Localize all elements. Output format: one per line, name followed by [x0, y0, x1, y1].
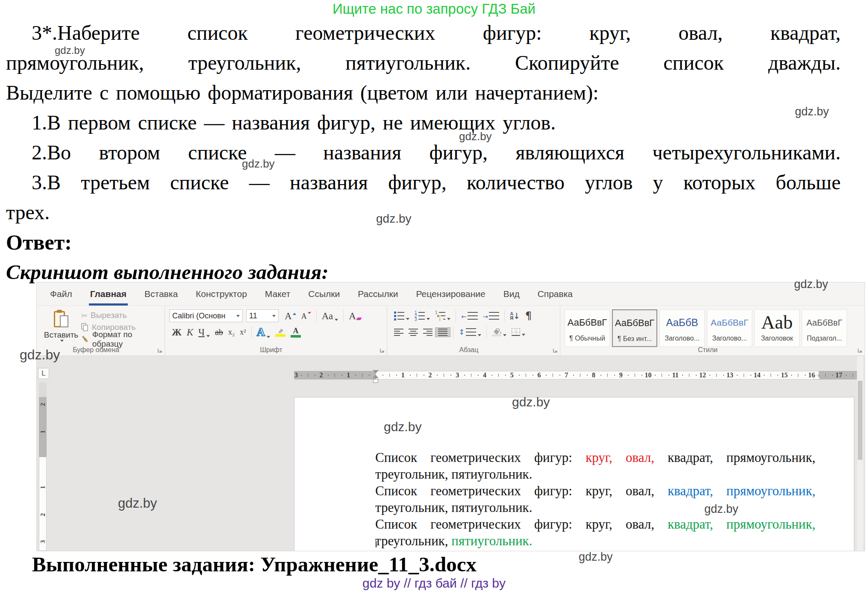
ruler-number: 12 [699, 372, 706, 379]
ruler-dot [737, 375, 738, 376]
multilevel-list-button[interactable]: 1 i [433, 311, 453, 321]
tab-Рассылки[interactable]: Рассылки [349, 282, 407, 306]
numbered-list-button[interactable]: 1 2 3 [412, 311, 433, 321]
document-line: Список геометрических фигур: круг, овал,… [375, 450, 815, 466]
scrollbar[interactable] [857, 356, 863, 551]
style-card-2[interactable]: АаБбВвГ¶ Без инт... [612, 309, 657, 347]
ruler-dot [546, 375, 547, 376]
style-card-5[interactable]: АabЗаголовок [754, 309, 800, 347]
ruler-dot [478, 375, 479, 376]
horizontal-ruler: 3211234567891011121314151617 [294, 370, 858, 381]
sort-icon: АЯ [510, 312, 513, 320]
cut-label: Вырезать [91, 311, 127, 320]
bold-button[interactable]: Ж [169, 326, 184, 338]
align-center-button[interactable] [406, 328, 421, 337]
document-page[interactable]: Список геометрических фигур: круг, овал,… [294, 397, 854, 551]
style-name: Подзагол... [802, 335, 847, 342]
ruler-dot [791, 375, 792, 376]
scrollbar-thumb[interactable] [858, 381, 862, 460]
ruler-dot [750, 375, 751, 376]
tab-selector[interactable]: L [38, 368, 49, 379]
dialog-launcher-icon[interactable] [552, 347, 558, 353]
sort-button[interactable]: АЯ ↓ [507, 311, 523, 321]
text-effects-button[interactable]: А [254, 326, 273, 339]
grow-font-button[interactable]: А [282, 310, 299, 322]
hanging-indent-marker[interactable] [373, 375, 379, 378]
ruler-dot [410, 375, 411, 376]
ruler-dot [614, 375, 615, 376]
borders-button[interactable] [509, 327, 528, 337]
tab-Справка[interactable]: Справка [529, 282, 582, 306]
style-name: ¶ Обычный [565, 335, 609, 342]
gdz-watermark: gdz.by [20, 348, 60, 362]
left-indent-marker[interactable] [373, 379, 378, 383]
tab-Макет[interactable]: Макет [256, 282, 299, 306]
tab-Файл[interactable]: Файл [41, 282, 81, 306]
ruler-dot [559, 375, 560, 376]
ruler-dot [396, 375, 397, 376]
chevron-down-icon [335, 319, 338, 321]
clipboard-icon [54, 310, 68, 329]
style-card-6[interactable]: АаБбВвГПодзагол... [802, 309, 847, 347]
italic-button[interactable]: К [184, 326, 196, 338]
shrink-font-button[interactable]: А [299, 311, 314, 321]
numbered-list-icon: 1 2 3 [415, 312, 425, 320]
ruler-number: 1 [40, 484, 46, 491]
font-name-select[interactable]: Calibri (Основн [169, 309, 243, 322]
lines-icon [489, 312, 499, 320]
tab-Вставка[interactable]: Вставка [135, 282, 187, 306]
shading-button[interactable] [489, 327, 509, 337]
line-spacing-button[interactable]: ↕ [456, 327, 484, 337]
paragraph-row-1: 1 2 3 1 i ← [391, 309, 556, 323]
styles-group-label: Стили [560, 346, 855, 354]
plain-text: квадрат, прямоугольник, [654, 450, 815, 465]
ruler-number: 7 [565, 372, 568, 379]
superscript-button[interactable]: x² [237, 327, 248, 337]
change-case-button[interactable]: Аа [319, 310, 341, 322]
show-marks-button[interactable]: ¶ [523, 310, 534, 322]
font-size-select[interactable]: 11 [246, 309, 279, 322]
ruler-number: 3 [294, 372, 298, 379]
tab-Конструктор[interactable]: Конструктор [187, 282, 256, 306]
arrow-left-icon: ← [461, 314, 467, 320]
style-card-1[interactable]: АаБбВвГ¶ Обычный [565, 309, 610, 347]
gdz-watermark: gdz.by [55, 45, 85, 56]
cut-button[interactable]: ✂ Вырезать [81, 309, 160, 321]
dialog-launcher-icon[interactable] [379, 347, 385, 353]
align-right-icon [423, 329, 433, 336]
dialog-launcher-icon[interactable] [157, 347, 163, 353]
style-card-3[interactable]: АаБбВЗаголово... [659, 309, 705, 347]
bullet-list-button[interactable] [391, 311, 412, 321]
highlight-color-button[interactable] [273, 327, 288, 338]
task-line: 2.Во втором списке — названия фигур, явл… [6, 138, 841, 168]
gdz-watermark: gdz.by [118, 497, 157, 510]
ruler-tick [798, 373, 798, 377]
strikethrough-button[interactable]: ab [212, 327, 226, 337]
justify-button[interactable] [435, 327, 450, 337]
increase-indent-button[interactable]: → [480, 311, 502, 321]
subscript-button[interactable]: x₂ [226, 327, 237, 337]
chevron-down-icon [522, 334, 525, 336]
highlight-color-bar [275, 334, 285, 337]
tab-Рецензирование[interactable]: Рецензирование [407, 282, 494, 306]
tab-Вид[interactable]: Вид [494, 282, 529, 306]
first-line-indent-marker[interactable] [373, 370, 379, 373]
ruler-dot [505, 375, 506, 376]
underline-button[interactable]: Ч [196, 326, 212, 338]
tab-Главная[interactable]: Главная [81, 282, 135, 306]
style-name: ¶ Без инт... [613, 335, 656, 343]
font-group: Calibri (Основн 11 А А Аа А Ж К Ч a [165, 306, 387, 356]
tab-Ссылки[interactable]: Ссылки [299, 282, 349, 306]
style-sample: Аab [755, 314, 799, 332]
clear-formatting-button[interactable]: А [346, 310, 364, 322]
multilevel-list-icon: 1 i [435, 312, 445, 320]
format-painter-button[interactable]: Формат по образцу [81, 333, 160, 345]
decrease-indent-button[interactable]: ← [459, 311, 480, 321]
align-left-button[interactable] [391, 328, 406, 337]
ruler-tick [689, 373, 689, 377]
font-color-button[interactable]: А [288, 326, 303, 338]
align-right-button[interactable] [421, 328, 435, 337]
dialog-launcher-icon[interactable] [857, 347, 863, 353]
style-card-4[interactable]: АаБбВвГЗаголово... [707, 309, 752, 347]
gdz-watermark: gdz.by [512, 396, 550, 409]
